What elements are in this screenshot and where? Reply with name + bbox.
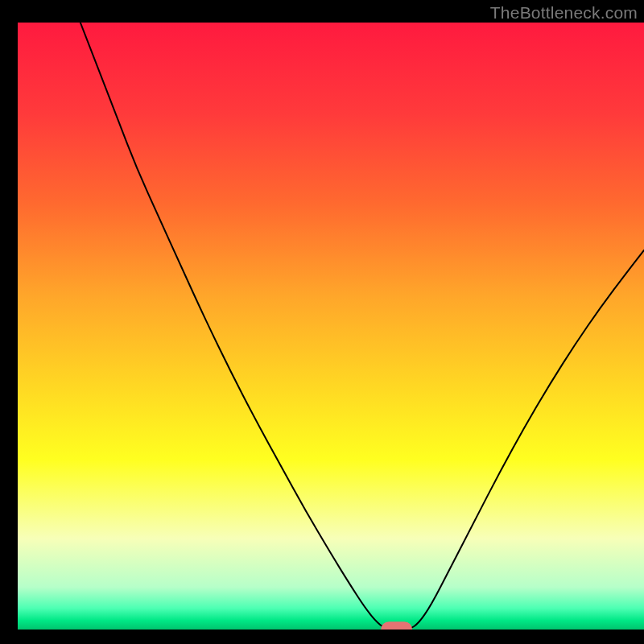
gradient-background: [18, 23, 644, 630]
chart-frame: TheBottleneck.com: [0, 0, 644, 644]
watermark-text: TheBottleneck.com: [490, 3, 638, 23]
optimal-point-marker: [381, 621, 412, 630]
bottleneck-plot: [18, 23, 644, 630]
